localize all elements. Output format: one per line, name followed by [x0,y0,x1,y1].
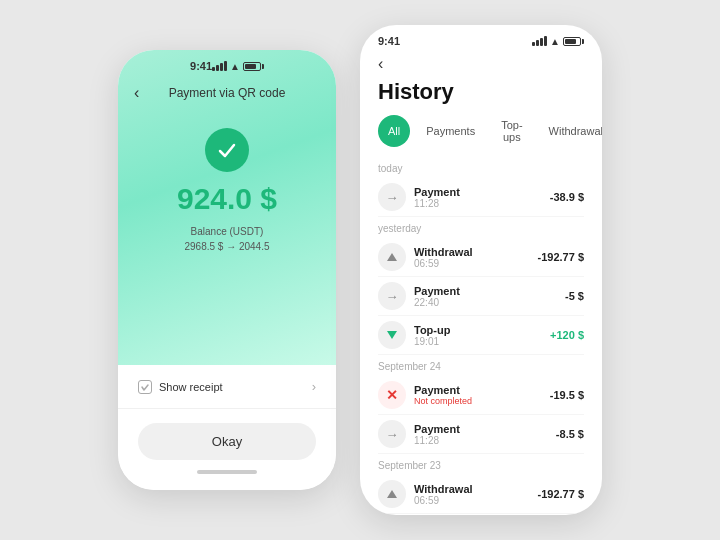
table-row: → Payment 22:40 -5 $ [378,277,584,316]
left-status-bar: 9:41 ▲ [172,50,282,76]
wifi-icon: ▲ [230,61,240,72]
battery-icon [243,62,264,71]
tx-amount: -192.77 $ [538,251,584,263]
tx-amount: -5 $ [565,290,584,302]
left-status-icons: ▲ [212,61,264,72]
tx-name: Withdrawal [414,246,530,258]
tx-name: Top-up [414,324,542,336]
right-status-icons: ▲ [532,36,584,47]
tx-time: 19:01 [414,336,542,347]
receipt-chevron-icon: › [312,379,316,394]
tx-name: Payment [414,285,557,297]
not-completed-label: Not completed [414,396,542,406]
filter-topups[interactable]: Top-ups [491,115,532,147]
table-row: Top-up 19:01 +120 $ [378,316,584,355]
tx-name: Payment [414,423,548,435]
tx-time: 06:59 [414,495,530,506]
left-time: 9:41 [190,60,212,72]
right-status-bar: 9:41 ▲ [360,25,602,51]
date-today: today [378,163,584,174]
tx-name: Payment [414,384,542,396]
right-time: 9:41 [378,35,400,47]
page-title: History [360,75,602,115]
left-screen-title: Payment via QR code [169,86,286,100]
payment-icon: → [378,420,406,448]
receipt-checkbox[interactable] [138,380,152,394]
tx-time: 06:59 [414,258,530,269]
filter-tabs: All Payments Top-ups Withdrawal [360,115,602,157]
left-card-bottom: Show receipt › Okay [118,365,336,490]
right-signal-icon [532,36,547,46]
withdrawal-icon [378,480,406,508]
receipt-row[interactable]: Show receipt › [118,365,336,409]
balance-label: Balance (USDT) 2968.5 $ → 2044.5 [184,224,269,254]
date-yesterday: yesterday [378,223,584,234]
payment-icon: → [378,183,406,211]
right-wifi-icon: ▲ [550,36,560,47]
right-battery-icon [563,37,584,46]
tx-amount: +120 $ [550,329,584,341]
right-top-bar: ‹ [360,51,602,75]
tx-amount: -8.5 $ [556,428,584,440]
left-back-button[interactable]: ‹ [134,84,139,102]
home-indicator [197,470,257,474]
tx-name: Payment [414,186,542,198]
table-row: Withdrawal 06:59 -192.77 $ [378,238,584,277]
table-row: → Payment 11:28 -38.9 $ [378,178,584,217]
table-row: ✕ Payment Not completed -19.5 $ [378,376,584,415]
date-sep23: September 23 [378,460,584,471]
signal-icon [212,61,227,71]
payment-icon: → [378,282,406,310]
payment-amount: 924.0 $ [177,182,277,216]
tx-amount: -19.5 $ [550,389,584,401]
filter-payments[interactable]: Payments [416,115,485,147]
right-back-button[interactable]: ‹ [378,55,383,72]
date-sep24: September 24 [378,361,584,372]
tx-time: 11:28 [414,435,548,446]
topup-icon [378,321,406,349]
tx-time: 11:28 [414,198,542,209]
success-icon [205,128,249,172]
right-phone: 9:41 ▲ ‹ History All Payments Top-ups Wi… [360,25,602,515]
left-phone: 9:41 ▲ ‹ Payment via QR code [118,50,336,490]
tx-name: Withdrawal [414,483,530,495]
history-list: today → Payment 11:28 -38.9 $ yesterday … [360,157,602,515]
failed-payment-icon: ✕ [378,381,406,409]
tx-time: 22:40 [414,297,557,308]
okay-button[interactable]: Okay [138,423,316,460]
filter-withdrawal[interactable]: Withdrawal [539,115,602,147]
withdrawal-icon [378,243,406,271]
tx-amount: -38.9 $ [550,191,584,203]
receipt-label: Show receipt [159,381,223,393]
left-top-bar: ‹ Payment via QR code [118,76,336,110]
table-row: → Payment 11:28 -8.5 $ [378,415,584,454]
filter-all[interactable]: All [378,115,410,147]
table-row: Withdrawal 06:59 -192.77 $ [378,475,584,514]
tx-amount: -192.77 $ [538,488,584,500]
